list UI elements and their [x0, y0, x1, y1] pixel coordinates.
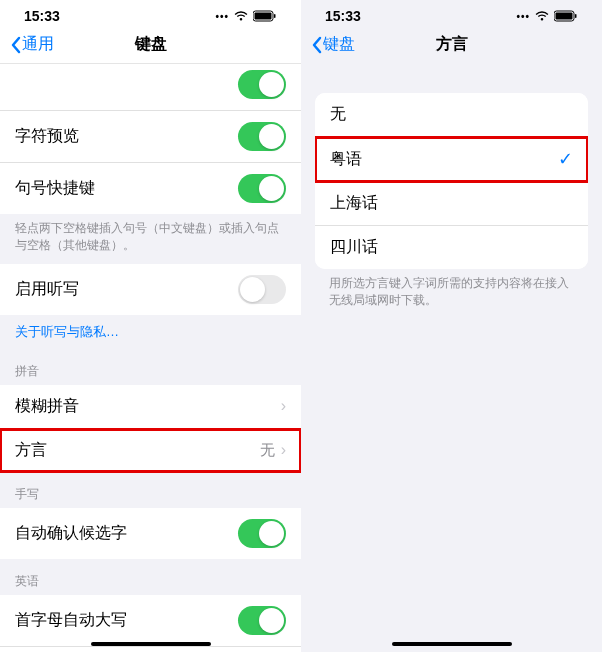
back-button[interactable]: 通用	[10, 34, 54, 55]
row-auto-confirm[interactable]: 自动确认候选字	[0, 508, 301, 559]
label: 粤语	[330, 149, 362, 170]
toggle[interactable]	[238, 606, 286, 635]
row-dialect[interactable]: 方言 无 ›	[0, 429, 301, 472]
label: 模糊拼音	[15, 396, 79, 417]
nav-bar: 键盘 方言	[301, 28, 602, 63]
row-unknown-toggle[interactable]	[0, 64, 301, 111]
label: 启用听写	[15, 279, 79, 300]
row-spell-check[interactable]: 检查拼写	[0, 647, 301, 652]
toggle[interactable]	[238, 70, 286, 99]
label: 无	[330, 104, 346, 125]
toggle[interactable]	[238, 519, 286, 548]
svg-rect-5	[575, 14, 577, 18]
value: 无	[260, 441, 275, 460]
back-button[interactable]: 键盘	[311, 34, 355, 55]
svg-rect-2	[274, 14, 276, 18]
battery-icon	[554, 10, 578, 22]
label: 字符预览	[15, 126, 79, 147]
svg-rect-4	[556, 13, 573, 20]
chevron-right-icon: ›	[281, 397, 286, 415]
section-header-english: 英语	[0, 559, 301, 595]
back-label: 键盘	[323, 34, 355, 55]
option-sichuanese[interactable]: 四川话	[315, 226, 588, 269]
option-cantonese[interactable]: 粤语 ✓	[315, 137, 588, 182]
signal-icon: •••	[516, 11, 530, 22]
toggle[interactable]	[238, 275, 286, 304]
option-shanghainese[interactable]: 上海话	[315, 182, 588, 226]
row-char-preview[interactable]: 字符预览	[0, 111, 301, 163]
chevron-left-icon	[311, 36, 323, 54]
home-indicator[interactable]	[392, 642, 512, 646]
section-header-handwriting: 手写	[0, 472, 301, 508]
checkmark-icon: ✓	[558, 148, 573, 170]
chevron-left-icon	[10, 36, 22, 54]
page-title: 方言	[436, 34, 468, 55]
option-none[interactable]: 无	[315, 93, 588, 137]
status-bar: 15:33 •••	[301, 0, 602, 28]
footer-text: 用所选方言键入字词所需的支持内容将在接入无线局域网时下载。	[301, 269, 602, 319]
nav-bar: 通用 键盘	[0, 28, 301, 64]
wifi-icon	[534, 10, 550, 22]
label: 上海话	[330, 193, 378, 214]
row-auto-cap[interactable]: 首字母自动大写	[0, 595, 301, 647]
home-indicator[interactable]	[91, 642, 211, 646]
wifi-icon	[233, 10, 249, 22]
label: 四川话	[330, 237, 378, 258]
row-fuzzy-pinyin[interactable]: 模糊拼音 ›	[0, 385, 301, 429]
section-header-pinyin: 拼音	[0, 349, 301, 385]
label: 句号快捷键	[15, 178, 95, 199]
label: 首字母自动大写	[15, 610, 127, 631]
status-bar: 15:33 •••	[0, 0, 301, 28]
toggle[interactable]	[238, 174, 286, 203]
chevron-right-icon: ›	[281, 441, 286, 459]
row-dictation[interactable]: 启用听写	[0, 264, 301, 315]
time: 15:33	[325, 8, 361, 24]
signal-icon: •••	[215, 11, 229, 22]
toggle[interactable]	[238, 122, 286, 151]
back-label: 通用	[22, 34, 54, 55]
page-title: 键盘	[135, 34, 167, 55]
label: 自动确认候选字	[15, 523, 127, 544]
footer-text: 轻点两下空格键插入句号（中文键盘）或插入句点与空格（其他键盘）。	[0, 214, 301, 264]
label: 方言	[15, 440, 47, 461]
time: 15:33	[24, 8, 60, 24]
svg-rect-1	[255, 13, 272, 20]
dictation-privacy-link[interactable]: 关于听写与隐私…	[0, 315, 301, 349]
row-period-shortcut[interactable]: 句号快捷键	[0, 163, 301, 214]
battery-icon	[253, 10, 277, 22]
